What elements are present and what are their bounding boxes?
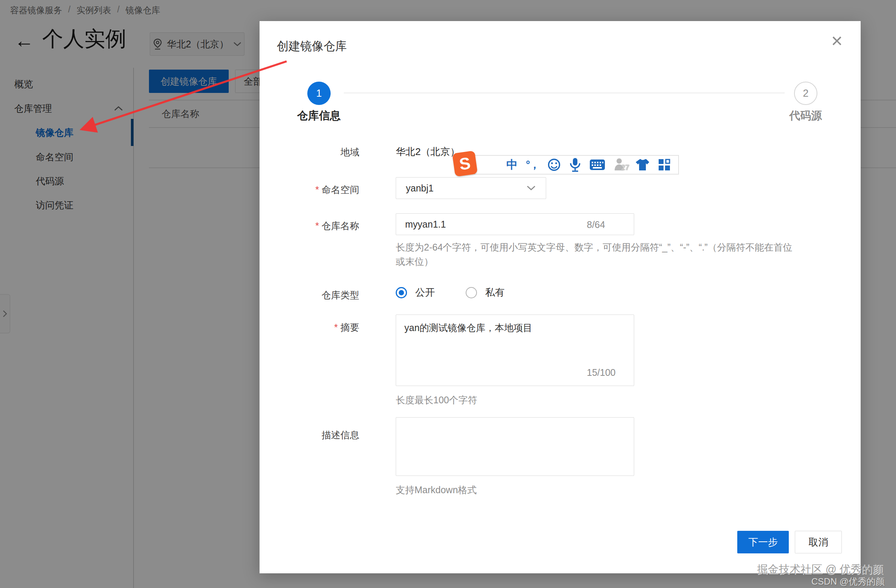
field-label-repo-type: 仓库类型 xyxy=(259,289,359,301)
radio-private-label[interactable]: 私有 xyxy=(485,286,505,299)
watermark-csdn: CSDN @优秀的颜 xyxy=(811,576,885,588)
ime-skin-tshirt-icon[interactable] xyxy=(635,158,650,171)
cancel-button[interactable]: 取消 xyxy=(795,531,842,553)
ime-punctuation-icon[interactable]: °， xyxy=(526,158,539,172)
description-help: 支持Markdown格式 xyxy=(396,483,477,497)
radio-public[interactable] xyxy=(396,287,407,298)
namespace-select-value: yanbj1 xyxy=(406,183,526,194)
step-1-label: 仓库信息 xyxy=(277,108,360,123)
repo-name-help: 长度为2-64个字符，可使用小写英文字母、数字，可使用分隔符“_”、“-”、“.… xyxy=(396,240,798,269)
summary-help: 长度最长100个字符 xyxy=(396,393,477,407)
step-connector-line xyxy=(344,93,785,93)
screen: 容器镜像服务 / 实例列表 / 镜像仓库 ← 个人实例 华北2（北京） 概览 仓… xyxy=(0,0,896,588)
ime-login-badge-icon[interactable]: 27 xyxy=(614,158,627,172)
step-2-circle: 2 xyxy=(794,82,817,105)
step-2-number: 2 xyxy=(803,88,808,99)
field-value-region: 华北2（北京） xyxy=(396,145,460,158)
modal-title: 创建镜像仓库 xyxy=(277,38,347,54)
create-repo-modal: 创建镜像仓库 × 1 2 仓库信息 代码源 地域 华北2（北京） S 中 °， xyxy=(259,21,861,573)
step-2-label: 代码源 xyxy=(764,108,847,123)
ime-voice-input-icon[interactable] xyxy=(569,157,581,172)
field-label-namespace: *命名空间 xyxy=(259,184,359,196)
ime-login-count: 27 xyxy=(621,163,629,172)
sogou-ime-logo[interactable]: S xyxy=(452,151,478,177)
next-step-button[interactable]: 下一步 xyxy=(737,531,789,553)
radio-private[interactable] xyxy=(466,287,477,298)
ime-toolbox-grid-icon[interactable] xyxy=(658,158,671,171)
ime-language-toggle-icon[interactable]: 中 xyxy=(506,157,518,173)
ime-emoji-icon[interactable] xyxy=(547,158,561,172)
field-label-region: 地域 xyxy=(259,146,359,158)
step-1-circle: 1 xyxy=(307,82,331,105)
repo-type-radio-group: 公开 私有 xyxy=(396,286,505,299)
close-icon[interactable]: × xyxy=(831,31,843,50)
sogou-ime-toolbar: 中 °， 27 xyxy=(474,155,679,175)
chevron-down-icon xyxy=(526,185,536,191)
watermark-juejin: 掘金技术社区 @ 优秀的颜 xyxy=(757,562,883,577)
repo-name-counter: 8/64 xyxy=(587,219,605,230)
field-label-description: 描述信息 xyxy=(259,429,359,441)
field-label-repo-name: *仓库名称 xyxy=(259,220,359,232)
summary-counter: 15/100 xyxy=(587,367,616,378)
field-label-summary: *摘要 xyxy=(259,321,359,334)
namespace-select[interactable]: yanbj1 xyxy=(396,177,546,199)
step-1-number: 1 xyxy=(316,88,322,99)
radio-public-label[interactable]: 公开 xyxy=(415,286,435,299)
description-textarea[interactable] xyxy=(396,417,634,476)
ime-keyboard-icon[interactable] xyxy=(590,159,605,171)
